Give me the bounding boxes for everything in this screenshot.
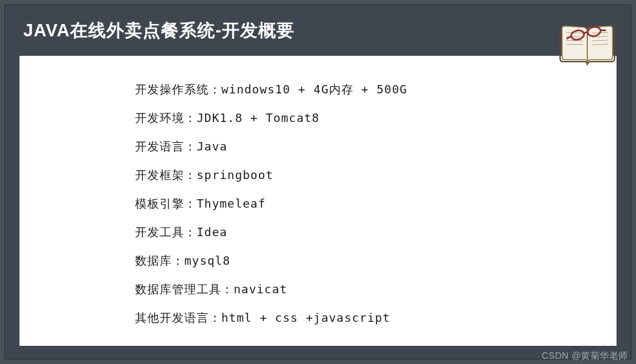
content-line: 开发操作系统：windows10 + 4G内存 + 500G [135, 80, 617, 98]
content-line: 开发工具：Idea [135, 223, 617, 241]
book-icon [558, 17, 617, 66]
content-line: 开发语言：Java [135, 138, 617, 155]
watermark-text: CSDN @黄菊华老师 [542, 350, 628, 362]
content-line: 开发环境：JDK1.8 + Tomcat8 [135, 109, 617, 127]
content-line: 数据库管理工具：navicat [135, 280, 617, 298]
content-line: 开发框架：springboot [135, 166, 617, 184]
content-line: 其他开发语言：html + css +javascript [135, 309, 617, 326]
slide-title: JAVA在线外卖点餐系统-开发概要 [23, 19, 295, 42]
slide-content: 开发操作系统：windows10 + 4G内存 + 500G 开发环境：JDK1… [19, 56, 617, 346]
content-line: 数据库：mysql8 [135, 252, 617, 269]
content-line: 模板引擎：Thymeleaf [135, 195, 617, 212]
slide-container: JAVA在线外卖点餐系统-开发概要 [5, 5, 631, 359]
slide-header: JAVA在线外卖点餐系统-开发概要 [5, 5, 631, 56]
